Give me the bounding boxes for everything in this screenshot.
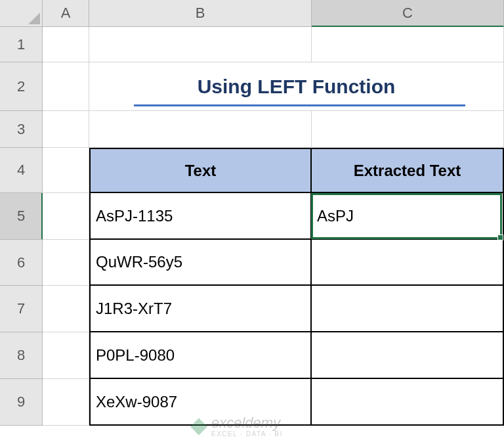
cell-C6[interactable] [312,240,504,286]
cell-A1[interactable] [43,27,89,62]
cell-C7[interactable] [312,286,504,332]
col-label: C [402,5,413,22]
cell-value: J1R3-XrT7 [96,300,172,318]
watermark: exceldemy EXCEL · DATA · BI [190,416,283,437]
row-header-2[interactable]: 2 [0,62,43,111]
header-extracted[interactable]: Extracted Text [312,148,504,193]
row-header-9[interactable]: 9 [0,379,43,426]
row-header-3[interactable]: 3 [0,111,43,148]
cell-A7[interactable] [43,286,89,332]
cell-value: XeXw-9087 [96,393,177,411]
spreadsheet: A B C 1 2 3 4 5 6 7 8 9 Using LEFT Funct… [0,0,504,448]
cell-B3[interactable] [89,111,312,148]
row-label: 3 [17,121,25,138]
title-cell[interactable]: Using LEFT Function [89,62,504,111]
cell-A5[interactable] [43,193,89,240]
row-label: 6 [17,254,25,271]
row-label: 5 [17,208,25,225]
row-header-6[interactable]: 6 [0,240,43,286]
row-header-8[interactable]: 8 [0,332,43,379]
column-headers: A B C [43,0,504,27]
cell-grid: Using LEFT Function Text Extracted Text … [43,27,504,426]
row-label: 7 [17,300,25,317]
cell-C8[interactable] [312,332,504,379]
select-all-triangle-icon [28,12,40,24]
header-text[interactable]: Text [89,148,312,193]
cell-A2[interactable] [43,62,89,111]
col-label: B [196,5,205,22]
row-header-7[interactable]: 7 [0,286,43,332]
watermark-logo-icon [190,418,207,436]
row-header-4[interactable]: 4 [0,148,43,193]
cell-A8[interactable] [43,332,89,379]
row-headers: 1 2 3 4 5 6 7 8 9 [0,27,43,426]
cell-value: P0PL-9080 [96,346,175,365]
cell-A3[interactable] [43,111,89,148]
col-label: A [61,5,71,22]
title-underline [134,104,465,106]
watermark-brand: exceldemy [211,416,283,430]
cell-B8[interactable]: P0PL-9080 [89,332,312,379]
row-label: 2 [17,78,25,95]
select-all-corner[interactable] [0,0,43,27]
cell-C3[interactable] [312,111,504,148]
cell-C1[interactable] [312,27,504,62]
cell-C9[interactable] [312,379,504,426]
cell-B6[interactable]: QuWR-56y5 [89,240,312,286]
cell-B5[interactable]: AsPJ-1135 [89,193,312,240]
cell-value: QuWR-56y5 [96,253,182,271]
watermark-tag: EXCEL · DATA · BI [211,430,283,437]
cell-A4[interactable] [43,148,89,193]
col-header-B[interactable]: B [89,0,312,27]
col-header-C[interactable]: C [312,0,504,27]
row-label: 1 [17,36,25,53]
title-text: Using LEFT Function [198,76,396,98]
row-header-5[interactable]: 5 [0,193,43,240]
row-header-1[interactable]: 1 [0,27,43,62]
cell-A6[interactable] [43,240,89,286]
header-label: Text [185,162,217,180]
svg-marker-0 [28,12,40,24]
cell-A9[interactable] [43,379,89,426]
cell-value: AsPJ-1135 [96,207,173,225]
header-label: Extracted Text [354,162,461,180]
cell-value: AsPJ [317,207,354,225]
row-label: 9 [17,393,25,411]
row-label: 8 [17,347,25,364]
cell-C5[interactable]: AsPJ [312,193,504,240]
cell-B1[interactable] [89,27,312,62]
col-header-A[interactable]: A [43,0,89,27]
cell-B7[interactable]: J1R3-XrT7 [89,286,312,332]
row-label: 4 [17,162,25,179]
